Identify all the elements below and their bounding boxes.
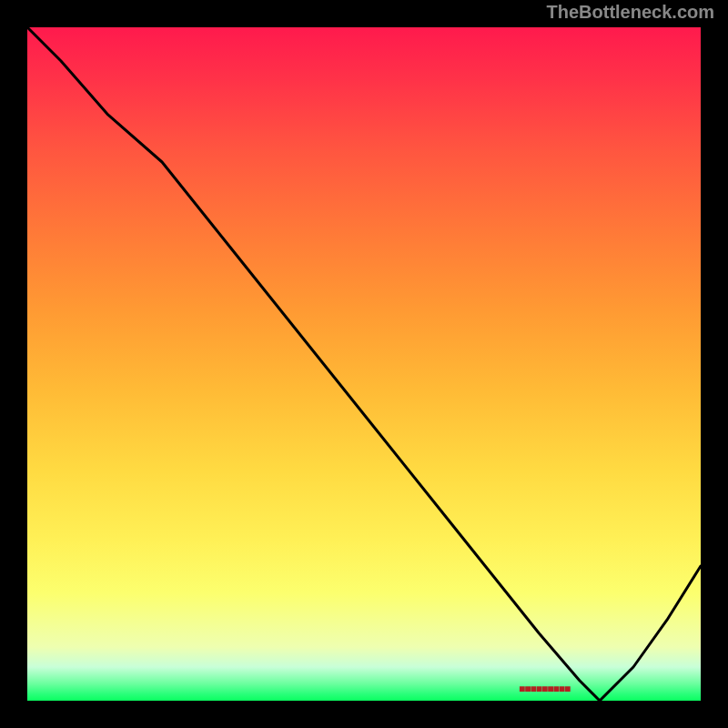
plot-gradient-background — [27, 27, 701, 701]
watermark-text: TheBottleneck.com — [547, 2, 714, 23]
optimal-marker-label: ■■■■■■■■■ — [519, 682, 570, 695]
